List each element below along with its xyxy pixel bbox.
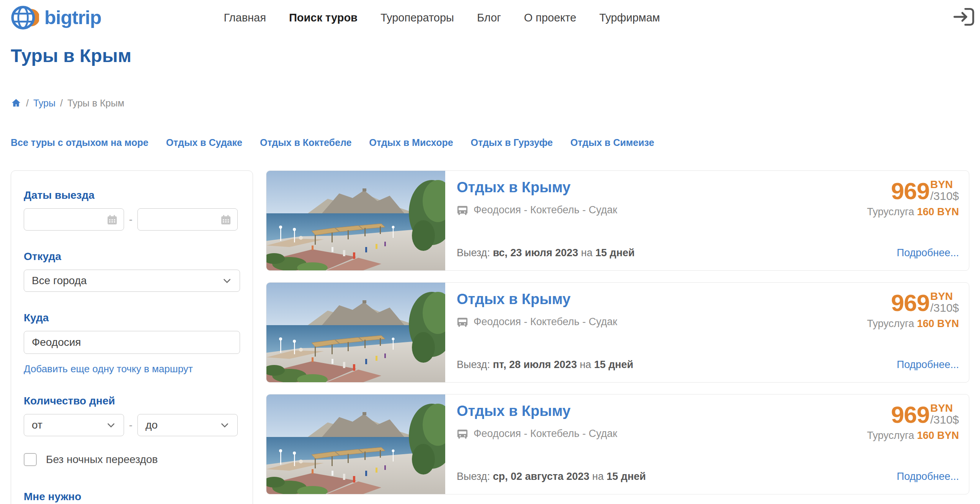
- departure-info: Выезд: вс, 23 июля 2023 на 15 дней: [457, 247, 635, 259]
- tour-price-alt: /310$: [930, 414, 959, 426]
- destination-input[interactable]: [24, 331, 240, 354]
- bus-icon: [457, 316, 468, 328]
- tour-route: Феодосия - Коктебель - Судак: [474, 428, 617, 440]
- tour-title-link[interactable]: Отдых в Крыму: [457, 179, 570, 195]
- tour-card: Отдых в Крыму Феодосия - Коктебель - Суд…: [266, 282, 969, 383]
- filter-group-destination: Куда Добавить еще одну точку в маршрут: [24, 312, 240, 375]
- login-icon: [952, 5, 976, 29]
- tour-title-link[interactable]: Отдых в Крыму: [457, 403, 570, 419]
- tour-route: Феодосия - Коктебель - Судак: [474, 204, 617, 216]
- days-from-value: от: [32, 419, 42, 431]
- nav-item-tour-operators[interactable]: Туроператоры: [381, 11, 454, 24]
- details-link[interactable]: Подробнее...: [897, 247, 959, 259]
- page-title: Туры в Крым: [11, 45, 969, 67]
- quick-link-koktebel[interactable]: Отдых в Коктебеле: [260, 137, 351, 149]
- night-transfer-checkbox[interactable]: [24, 453, 37, 466]
- add-route-point-link[interactable]: Добавить еще одну точку в маршрут: [24, 363, 193, 375]
- tour-price: 969: [891, 179, 929, 203]
- details-link[interactable]: Подробнее...: [897, 359, 959, 371]
- night-transfer-row: Без ночных переездов: [24, 453, 240, 466]
- filter-group-days: Количество дней от - до Без: [24, 395, 240, 466]
- breadcrumb-separator: /: [60, 98, 63, 109]
- service-fee-value: 160 BYN: [917, 430, 959, 441]
- tour-price-currency: BYN: [930, 291, 953, 302]
- quick-links: Все туры с отдыхом на море Отдых в Судак…: [11, 137, 969, 149]
- days-to-select[interactable]: до: [137, 414, 238, 436]
- main-nav: Главная Поиск туров Туроператоры Блог О …: [224, 11, 660, 24]
- calendar-icon[interactable]: [106, 214, 118, 226]
- tour-duration: 15 дней: [594, 359, 634, 370]
- origin-select[interactable]: Все города: [24, 270, 240, 292]
- tour-title-link[interactable]: Отдых в Крыму: [457, 291, 570, 307]
- days-to-value: до: [145, 419, 158, 431]
- days-separator: -: [129, 419, 132, 431]
- service-fee-label: Туруслуга: [867, 430, 914, 441]
- breadcrumb-link-tours[interactable]: Туры: [33, 98, 56, 109]
- tour-duration: 15 дней: [606, 471, 646, 482]
- tour-route: Феодосия - Коктебель - Судак: [474, 316, 617, 328]
- dates-separator: -: [129, 214, 132, 226]
- filter-panel: Даты выезда -: [11, 170, 253, 504]
- night-transfer-label: Без ночных переездов: [46, 453, 158, 466]
- filter-group-origin: Откуда Все города: [24, 250, 240, 292]
- details-link[interactable]: Подробнее...: [897, 471, 959, 483]
- home-icon[interactable]: [11, 98, 21, 108]
- date-from-input[interactable]: [24, 209, 105, 230]
- tour-card: Отдых в Крыму Феодосия - Коктебель - Суд…: [266, 394, 969, 494]
- nav-item-agencies[interactable]: Турфирмам: [599, 11, 660, 24]
- need-section-label: Мне нужно: [24, 491, 240, 503]
- tour-price: 969: [891, 403, 929, 427]
- login-button[interactable]: [952, 5, 976, 30]
- departure-info: Выезд: пт, 28 июля 2023 на 15 дней: [457, 359, 633, 371]
- departure-date: пт, 28 июля 2023: [493, 359, 577, 370]
- tour-list: Отдых в Крыму Феодосия - Коктебель - Суд…: [266, 170, 969, 504]
- origin-label: Откуда: [24, 250, 240, 263]
- tour-duration: 15 дней: [595, 247, 635, 259]
- tour-price-alt: /310$: [930, 302, 959, 314]
- breadcrumb: / Туры / Туры в Крым: [11, 97, 969, 109]
- tour-photo[interactable]: [266, 394, 445, 494]
- date-to-field[interactable]: [137, 208, 238, 231]
- chevron-down-icon: [106, 420, 116, 430]
- filter-group-dates: Даты выезда -: [24, 189, 240, 231]
- date-to-input[interactable]: [138, 209, 218, 230]
- chevron-down-icon: [220, 420, 230, 430]
- price-block: 969 BYN /310$ Туруслуга 160 BYN: [867, 291, 959, 330]
- tour-card: Отдых в Крыму Феодосия - Коктебель - Суд…: [266, 170, 969, 271]
- tour-photo[interactable]: [266, 283, 445, 382]
- bus-icon: [457, 205, 468, 216]
- nav-item-home[interactable]: Главная: [224, 11, 266, 24]
- service-fee-value: 160 BYN: [917, 318, 959, 329]
- quick-link-gurzuf[interactable]: Отдых в Гурзуфе: [471, 137, 553, 149]
- days-from-select[interactable]: от: [24, 414, 124, 436]
- price-block: 969 BYN /310$ Туруслуга 160 BYN: [867, 403, 959, 442]
- nav-item-blog[interactable]: Блог: [477, 11, 501, 24]
- service-fee-label: Туруслуга: [867, 318, 914, 329]
- days-label: Количество дней: [24, 395, 240, 407]
- quick-link-sudak[interactable]: Отдых в Судаке: [166, 137, 242, 149]
- date-from-field[interactable]: [24, 208, 124, 231]
- nav-item-tour-search[interactable]: Поиск туров: [289, 11, 358, 24]
- breadcrumb-separator: /: [26, 98, 29, 109]
- quick-link-miskhor[interactable]: Отдых в Мисхоре: [369, 137, 453, 149]
- chevron-down-icon: [222, 276, 232, 286]
- bus-icon: [457, 428, 468, 440]
- price-block: 969 BYN /310$ Туруслуга 160 BYN: [867, 179, 959, 218]
- tour-photo[interactable]: [266, 171, 445, 270]
- nav-item-about[interactable]: О проекте: [524, 11, 577, 24]
- logo-text: bigtrip: [44, 7, 101, 29]
- destination-label: Куда: [24, 312, 240, 324]
- service-fee-label: Туруслуга: [867, 206, 914, 218]
- quick-link-all-sea-tours[interactable]: Все туры с отдыхом на море: [11, 137, 149, 149]
- departure-date: ср, 02 августа 2023: [493, 471, 589, 482]
- tour-price-currency: BYN: [930, 403, 953, 414]
- service-fee-value: 160 BYN: [917, 206, 959, 218]
- quick-link-simeiz[interactable]: Отдых в Симеизе: [570, 137, 654, 149]
- origin-selected-value: Все города: [32, 275, 87, 287]
- breadcrumb-current: Туры в Крым: [67, 98, 124, 109]
- tour-price-alt: /310$: [930, 190, 959, 202]
- logo[interactable]: bigtrip: [10, 3, 101, 32]
- calendar-icon[interactable]: [220, 214, 232, 226]
- tour-price: 969: [891, 291, 929, 315]
- globe-logo-icon: [10, 3, 39, 32]
